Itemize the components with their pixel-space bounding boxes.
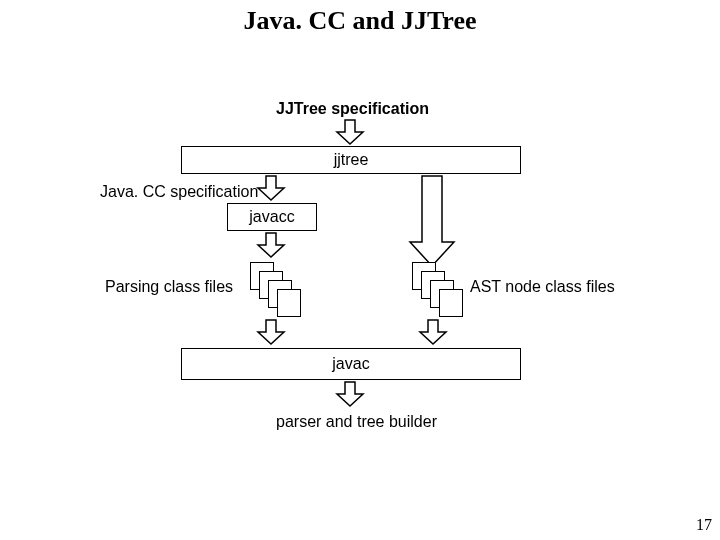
arrow-icon: [258, 176, 284, 202]
arrow-icon: [410, 176, 454, 268]
box-javac-label: javac: [332, 355, 369, 373]
box-javacc: javacc: [227, 203, 317, 231]
svg-marker-1: [258, 176, 284, 200]
label-javacc-spec: Java. CC specification: [100, 183, 258, 201]
arrow-icon: [258, 233, 284, 259]
label-parser-builder: parser and tree builder: [276, 413, 437, 431]
label-jjtree-spec: JJTree specification: [276, 100, 429, 118]
box-javac: javac: [181, 348, 521, 380]
label-parsing-files: Parsing class files: [105, 278, 233, 296]
page-number: 17: [696, 516, 712, 534]
box-javacc-label: javacc: [249, 208, 294, 226]
slide: Java. CC and JJTree 17 JJTree specificat…: [0, 0, 720, 540]
box-jjtree-label: jjtree: [334, 151, 369, 169]
svg-marker-5: [420, 320, 446, 344]
box-jjtree: jjtree: [181, 146, 521, 174]
arrow-icon: [337, 382, 363, 408]
slide-title: Java. CC and JJTree: [0, 6, 720, 36]
svg-marker-0: [337, 120, 363, 144]
svg-marker-3: [258, 233, 284, 257]
arrow-icon: [420, 320, 446, 346]
svg-marker-6: [337, 382, 363, 406]
arrow-icon: [258, 320, 284, 346]
label-ast-files: AST node class files: [470, 278, 615, 296]
arrow-icon: [337, 120, 363, 146]
svg-marker-2: [410, 176, 454, 266]
svg-marker-4: [258, 320, 284, 344]
